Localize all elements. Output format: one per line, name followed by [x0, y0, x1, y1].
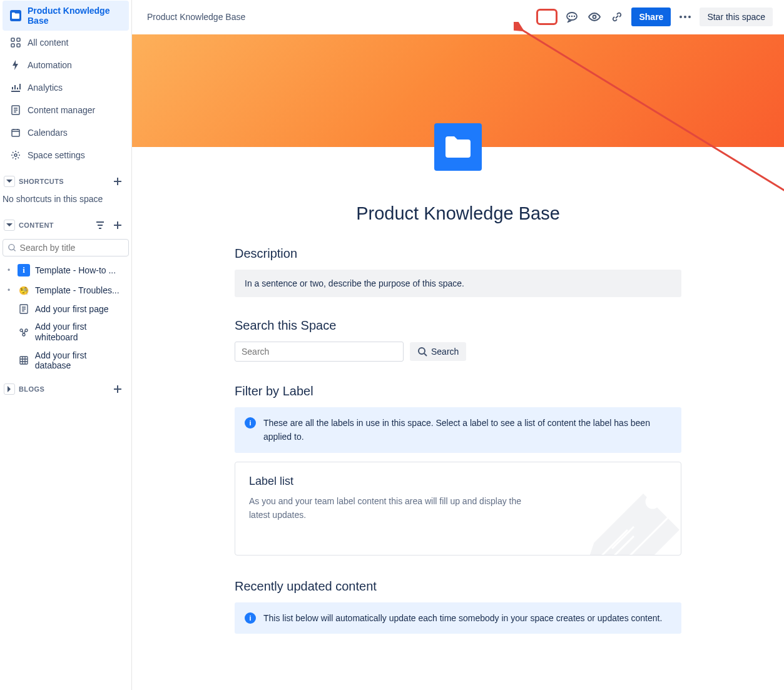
svg-rect-3 [17, 44, 20, 47]
space-search-button[interactable]: Search [410, 342, 466, 361]
folder-icon [10, 10, 21, 21]
label-list-text: As you and your team label content this … [249, 494, 543, 522]
breadcrumb[interactable]: Product Knowledge Base [147, 12, 245, 22]
sidebar-item-all-content[interactable]: All content [3, 32, 129, 53]
recent-heading: Recently updated content [235, 579, 681, 594]
svg-point-14 [593, 16, 596, 19]
svg-point-19 [419, 348, 425, 354]
calendar-icon [10, 127, 21, 138]
tree-item-label: Template - How-to ... [35, 265, 116, 275]
chevron-down-icon[interactable] [4, 176, 15, 187]
page-title: Product Knowledge Base [235, 203, 681, 224]
whiteboard-icon [19, 327, 29, 337]
eye-icon [588, 13, 601, 21]
shortcuts-empty-text: No shortcuts in this space [0, 191, 131, 210]
chart-icon [10, 82, 21, 93]
sidebar-search[interactable] [3, 239, 129, 256]
sidebar-item-label: Space settings [28, 150, 85, 160]
search-icon [8, 243, 16, 252]
document-icon [10, 104, 21, 116]
filter-label-heading: Filter by Label [235, 384, 681, 398]
add-first-database[interactable]: Add your first database [0, 347, 131, 374]
sidebar-space-title[interactable]: Product Knowledge Base [3, 1, 129, 31]
add-shortcut-button[interactable] [111, 175, 124, 188]
space-title-label: Product Knowledge Base [28, 6, 121, 26]
add-content-button[interactable] [111, 219, 124, 231]
chevron-right-icon[interactable] [4, 383, 15, 395]
bullet-icon: • [8, 266, 13, 275]
content-title: Content [19, 221, 54, 229]
link-icon [611, 11, 623, 23]
share-button[interactable]: Share [631, 8, 671, 26]
tree-action-label: Add your first whiteboard [35, 322, 124, 343]
add-blog-button[interactable] [111, 383, 124, 395]
add-first-whiteboard[interactable]: Add your first whiteboard [0, 318, 131, 347]
tree-item-label: Template - Troubles... [35, 285, 120, 295]
main-content: Product Knowledge Base Share Sta [132, 0, 784, 690]
sidebar-item-analytics[interactable]: Analytics [3, 77, 129, 98]
comment-button[interactable] [564, 9, 580, 25]
svg-point-10 [25, 329, 28, 332]
svg-point-9 [20, 329, 23, 332]
svg-point-7 [9, 245, 14, 250]
link-button[interactable] [609, 9, 625, 25]
sidebar-item-label: Automation [28, 60, 72, 70]
svg-point-15 [680, 16, 682, 18]
shortcuts-section-header: Shortcuts [0, 166, 131, 191]
sidebar-item-space-settings[interactable]: Space settings [3, 145, 129, 166]
blogs-title: Blogs [19, 385, 44, 393]
database-icon [19, 355, 29, 365]
sidebar-item-label: Analytics [28, 83, 63, 93]
svg-point-20 [646, 495, 659, 508]
gear-icon [10, 150, 21, 161]
sidebar-item-automation[interactable]: Automation [3, 54, 129, 76]
tree-action-label: Add your first page [35, 304, 109, 314]
add-first-page[interactable]: Add your first page [0, 300, 131, 318]
bolt-icon [10, 59, 21, 71]
sidebar-item-calendars[interactable]: Calendars [3, 122, 129, 143]
svg-rect-0 [11, 38, 14, 41]
content-section-header: Content [0, 210, 131, 235]
recent-info-panel: i This list below will automatically upd… [235, 602, 681, 634]
info-icon: i [245, 612, 256, 624]
sidebar-search-input[interactable] [20, 243, 123, 253]
sidebar-item-label: All content [28, 38, 68, 48]
more-icon [680, 16, 691, 18]
space-icon [434, 123, 482, 171]
label-list-card: Label list As you and your team label co… [235, 462, 681, 556]
watch-button[interactable] [586, 9, 603, 25]
more-button[interactable] [677, 9, 693, 25]
description-box[interactable]: In a sentence or two, describe the purpo… [235, 270, 681, 297]
svg-rect-2 [11, 44, 14, 47]
star-space-button[interactable]: Star this space [700, 8, 773, 26]
tree-item-template-troubleshoot[interactable]: • 🧐 Template - Troubles... [0, 280, 131, 300]
comment-icon [566, 11, 578, 23]
tag-graphic-icon [581, 467, 681, 556]
edit-button[interactable] [536, 9, 557, 25]
info-icon: i [18, 264, 30, 277]
svg-rect-12 [20, 357, 28, 364]
svg-point-11 [23, 333, 25, 336]
info-icon: i [245, 417, 256, 429]
page-icon [19, 304, 29, 314]
tree-action-label: Add your first database [35, 350, 124, 370]
filter-info-text: These are all the labels in use in this … [263, 416, 671, 444]
filter-icon[interactable] [94, 219, 106, 231]
recent-info-text: This list below will automatically updat… [263, 611, 662, 625]
sidebar-item-content-manager[interactable]: Content manager [3, 99, 129, 121]
shortcuts-title: Shortcuts [19, 178, 64, 185]
tree-item-template-howto[interactable]: • i Template - How-to ... [0, 260, 131, 280]
sidebar: Product Knowledge Base All content Autom… [0, 0, 132, 690]
svg-point-6 [14, 154, 17, 156]
svg-point-16 [684, 16, 686, 18]
bullet-icon: • [8, 286, 13, 295]
filter-info-panel: i These are all the labels in use in thi… [235, 407, 681, 453]
space-search-input[interactable] [235, 342, 404, 362]
chevron-down-icon[interactable] [4, 220, 15, 231]
search-space-heading: Search this Space [235, 318, 681, 333]
emoji-icon: 🧐 [18, 284, 30, 297]
grid-icon [10, 37, 21, 48]
topbar: Product Knowledge Base Share Sta [132, 0, 784, 34]
search-icon [417, 347, 427, 357]
description-heading: Description [235, 246, 681, 261]
